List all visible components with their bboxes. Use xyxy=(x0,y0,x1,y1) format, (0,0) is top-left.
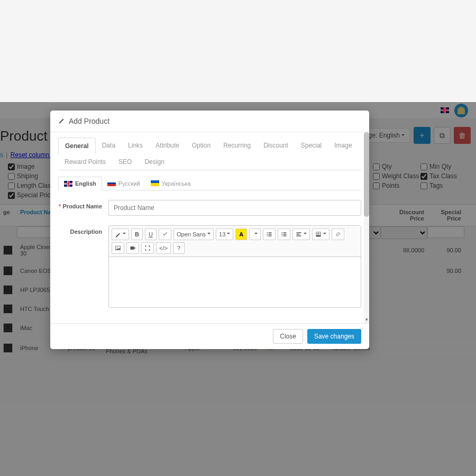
flag-ru-icon xyxy=(107,180,116,186)
tab-reward-points[interactable]: Reward Points xyxy=(58,154,112,170)
editor-video-button[interactable] xyxy=(126,242,139,254)
language-tabs: EnglishРусскийУкраїнська xyxy=(58,177,361,190)
tab-general[interactable]: General xyxy=(58,138,96,154)
tab-discount[interactable]: Discount xyxy=(257,138,295,154)
tab-links[interactable]: Links xyxy=(122,138,149,154)
flag-gb-icon[interactable] xyxy=(441,107,449,113)
flag-gb-icon xyxy=(64,181,72,187)
modal-body: ▴ ▾ GeneralDataLinksAttributeOptionRecur… xyxy=(50,132,369,323)
editor-align-button[interactable] xyxy=(292,228,310,240)
editor-image-button[interactable] xyxy=(112,242,124,254)
modal-header: Add Product xyxy=(50,111,369,132)
editor-table-button[interactable] xyxy=(312,228,329,240)
editor-help-button[interactable]: ? xyxy=(173,242,185,254)
editor-toolbar: B U Open Sans 13 A xyxy=(109,226,361,257)
editor-bold-button[interactable]: B xyxy=(131,228,143,240)
scroll-down-icon[interactable]: ▾ xyxy=(364,317,369,323)
flag-ua-icon xyxy=(151,180,159,186)
scroll-up-icon[interactable]: ▴ xyxy=(364,132,369,139)
tab-recurring[interactable]: Recurring xyxy=(217,138,257,154)
editor-font-color-caret[interactable] xyxy=(249,228,261,240)
svg-point-1 xyxy=(117,248,118,249)
product-name-input[interactable] xyxy=(108,200,361,216)
editor-magic-button[interactable] xyxy=(112,228,129,240)
modal-tabs: GeneralDataLinksAttributeOptionRecurring… xyxy=(58,138,361,170)
editor-font-size-select[interactable]: 13 xyxy=(216,228,233,240)
editor-link-button[interactable] xyxy=(332,228,344,240)
tab-seo[interactable]: SEO xyxy=(112,154,138,170)
editor-underline-button[interactable]: U xyxy=(145,228,157,240)
editor-fullscreen-button[interactable] xyxy=(141,242,154,254)
save-changes-button[interactable]: Save changes xyxy=(307,329,361,344)
description-editor: B U Open Sans 13 A xyxy=(108,225,361,308)
tab-option[interactable]: Option xyxy=(186,138,217,154)
tab-special[interactable]: Special xyxy=(295,138,328,154)
pencil-icon xyxy=(58,118,65,124)
close-button[interactable]: Close xyxy=(273,329,303,344)
tab-image[interactable]: Image xyxy=(328,138,358,154)
modal-footer: Close Save changes xyxy=(50,323,369,349)
svg-rect-2 xyxy=(131,246,134,250)
editor-ul-button[interactable] xyxy=(263,228,276,240)
editor-ol-button[interactable] xyxy=(278,228,290,240)
editor-font-family-select[interactable]: Open Sans xyxy=(173,228,214,240)
lang-tab-1[interactable]: Русский xyxy=(102,177,145,190)
editor-codeview-button[interactable]: </> xyxy=(156,242,171,254)
editor-font-color-button[interactable]: A xyxy=(235,228,247,240)
modal-scrollbar[interactable]: ▴ ▾ xyxy=(364,132,369,323)
lang-tab-2[interactable]: Українська xyxy=(145,177,196,190)
add-product-modal: Add Product ▴ ▾ GeneralDataLinksAttribut… xyxy=(50,111,369,349)
tab-attribute[interactable]: Attribute xyxy=(149,138,186,154)
tab-data[interactable]: Data xyxy=(96,138,122,154)
description-textarea[interactable] xyxy=(109,257,361,307)
lang-tab-0[interactable]: English xyxy=(58,177,102,190)
tab-design[interactable]: Design xyxy=(138,154,170,170)
editor-clear-format-button[interactable] xyxy=(159,228,171,240)
modal-title: Add Product xyxy=(69,117,109,125)
